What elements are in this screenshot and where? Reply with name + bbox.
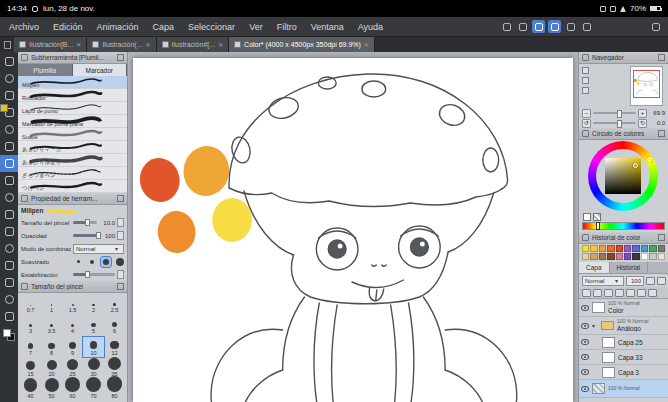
gradient-tool[interactable] <box>0 291 18 308</box>
color-chip[interactable] <box>590 253 597 260</box>
brush-size-option[interactable]: 25 <box>62 358 83 378</box>
brush-size-option[interactable]: 9 <box>62 337 83 357</box>
tab-marcador[interactable]: Marcador <box>73 64 128 76</box>
brush-size-option[interactable]: 12 <box>104 337 125 357</box>
menu-animacion[interactable]: Animación <box>90 22 146 32</box>
visibility-eye-icon[interactable] <box>581 354 589 360</box>
color-chip[interactable] <box>624 245 631 252</box>
document-icon[interactable] <box>0 37 14 52</box>
figure-tool[interactable] <box>0 308 18 325</box>
color-chip[interactable] <box>582 253 589 260</box>
menu-ayuda[interactable]: Ayuda <box>351 22 390 32</box>
color-chip[interactable] <box>590 245 597 252</box>
brush-size-option[interactable]: 70 <box>83 380 104 400</box>
color-chip[interactable] <box>607 245 614 252</box>
color-chip[interactable] <box>658 245 665 252</box>
clear-layer-icon[interactable] <box>637 289 646 297</box>
ruler-icon[interactable] <box>564 20 577 33</box>
menu-ventana[interactable]: Ventana <box>304 22 351 32</box>
panel-menu-icon[interactable] <box>117 54 124 61</box>
brush-item[interactable]: あきびりマーカー <box>18 141 127 154</box>
brush-size-option[interactable]: 3 <box>20 315 41 335</box>
main-color-swatch[interactable] <box>0 104 8 112</box>
panel-menu-icon[interactable] <box>658 234 665 241</box>
hue-slider[interactable] <box>582 222 665 230</box>
panel-menu-icon[interactable] <box>658 54 665 61</box>
menu-capa[interactable]: Capa <box>146 22 182 32</box>
menu-edicion[interactable]: Edición <box>46 22 90 32</box>
brush-size-option[interactable]: 2.5 <box>104 294 125 314</box>
smoothing-option-selected[interactable] <box>101 257 111 267</box>
tab-plumilla[interactable]: Plumilla <box>18 64 73 76</box>
brush-size-value[interactable]: 10.0 <box>99 220 115 226</box>
brush-size-option[interactable]: 15 <box>20 358 41 378</box>
layer-opacity-field[interactable]: 100 <box>626 276 644 286</box>
color-chip[interactable] <box>641 245 648 252</box>
brush-size-option[interactable]: 1.5 <box>62 294 83 314</box>
brush-size-option[interactable]: 20 <box>41 358 62 378</box>
nav-option-icon[interactable] <box>582 67 589 74</box>
brush-item[interactable]: ざらつきペン <box>18 167 127 180</box>
color-chip[interactable] <box>599 253 606 260</box>
fill-tool[interactable] <box>0 274 18 291</box>
opacity-slider[interactable] <box>73 234 97 237</box>
canvas[interactable] <box>133 58 573 402</box>
brush-tool[interactable] <box>0 189 18 206</box>
color-chip[interactable] <box>624 253 631 260</box>
brush-size-option[interactable]: 3.5 <box>41 315 62 335</box>
brush-size-option[interactable]: 7 <box>20 337 41 357</box>
brush-size-option[interactable]: 0.7 <box>20 294 41 314</box>
brush-size-option[interactable]: 4 <box>62 315 83 335</box>
brush-size-slider[interactable] <box>73 221 97 224</box>
color-chip[interactable] <box>582 245 589 252</box>
document-tab[interactable]: Ilustración[B... ✕ <box>14 37 87 52</box>
stabilization-slider[interactable] <box>73 273 115 276</box>
layer-folder-row[interactable]: ▾ 100 % Normal Análogo <box>579 317 668 335</box>
duplicate-layer-icon[interactable] <box>604 289 613 297</box>
transform-icon[interactable] <box>500 20 513 33</box>
rotate-left-icon[interactable]: ↺ <box>582 119 591 128</box>
merge-down-icon[interactable] <box>615 289 624 297</box>
rotation-value[interactable]: 0.0 <box>649 120 665 126</box>
menu-seleccionar[interactable]: Seleccionar <box>181 22 242 32</box>
hue-ring[interactable] <box>588 141 658 211</box>
operation-tool[interactable] <box>0 70 18 87</box>
zoom-value[interactable]: 69.9 <box>649 110 665 116</box>
brush-item[interactable]: Lápiz de punto <box>18 102 127 115</box>
tab-capa[interactable]: Capa <box>579 262 610 273</box>
navigator-view-rect[interactable] <box>633 70 660 98</box>
brush-size-option[interactable]: 1 <box>41 294 62 314</box>
brush-item-selected[interactable]: Milipen <box>18 76 127 89</box>
brush-size-option[interactable]: 40 <box>20 380 41 400</box>
rotate-right-icon[interactable]: ↻ <box>638 119 647 128</box>
document-tab-active[interactable]: Color* (4000 x 4500px 350dpi 69.9%) ✕ <box>229 37 375 52</box>
brush-item[interactable]: Rotulador <box>18 89 127 102</box>
delete-layer-icon[interactable] <box>648 289 657 297</box>
size-dropdown-icon[interactable] <box>117 218 124 227</box>
brush-item[interactable]: つけペン <box>18 180 127 193</box>
zoom-slider[interactable] <box>593 112 636 114</box>
visibility-eye-icon[interactable] <box>581 339 589 345</box>
color-chip[interactable] <box>658 253 665 260</box>
brush-size-option[interactable]: 2 <box>83 294 104 314</box>
color-chip[interactable] <box>649 245 656 252</box>
document-tab[interactable]: Ilustración#[... ✕ <box>157 37 230 52</box>
folder-expand-icon[interactable]: ▾ <box>592 322 598 329</box>
lock-layer-icon[interactable] <box>646 277 655 285</box>
color-chip[interactable] <box>641 253 648 260</box>
brush-size-option[interactable]: 5 <box>83 315 104 335</box>
hand-tool[interactable] <box>0 53 18 70</box>
blend-tool[interactable] <box>0 257 18 274</box>
panel-menu-icon[interactable] <box>117 195 124 202</box>
opacity-value[interactable]: 100 <box>99 233 115 239</box>
panel-menu-icon[interactable] <box>117 283 124 290</box>
pen-mode-icon[interactable] <box>532 20 545 33</box>
layer-row-selected[interactable]: 100 % Normal <box>579 380 668 398</box>
eraser-tool[interactable] <box>0 240 18 257</box>
brush-item[interactable]: あきびり厚塗り <box>18 154 127 167</box>
nav-option-icon[interactable] <box>582 87 589 94</box>
airbrush-tool[interactable] <box>0 206 18 223</box>
brush-size-option[interactable]: 50 <box>41 380 62 400</box>
color-chip[interactable] <box>632 245 639 252</box>
menu-ver[interactable]: Ver <box>242 22 270 32</box>
